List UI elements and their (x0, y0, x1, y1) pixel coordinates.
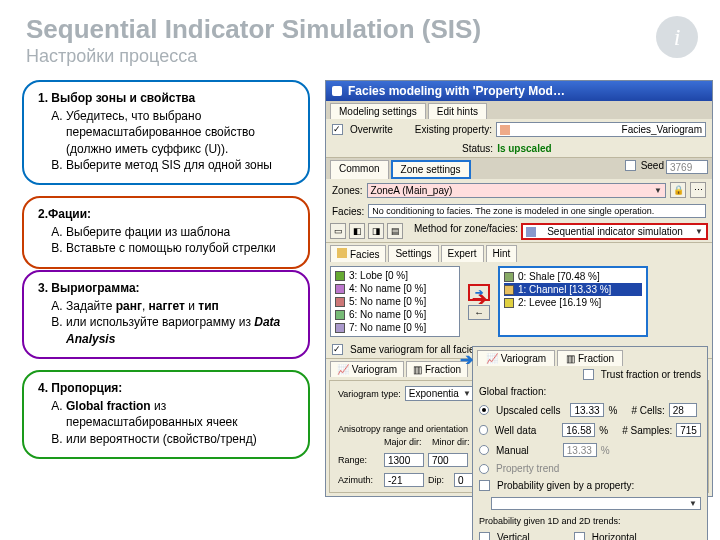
zones-label: Zones: (332, 185, 363, 196)
property-trend-label: Property trend (496, 463, 559, 474)
toolbar-btn-3[interactable]: ◨ (368, 223, 384, 239)
callout-3-b: или используйте вариограмму из Data Anal… (66, 314, 294, 346)
subtab-expert[interactable]: Expert (441, 245, 484, 262)
upscaled-label: Upscaled cells (496, 405, 560, 416)
prob-property-label: Probability given by a property: (497, 480, 634, 491)
range-minor-input[interactable]: 700 (428, 453, 468, 467)
tab-zone-settings[interactable]: Zone settings (391, 160, 471, 179)
radio-upscaled[interactable] (479, 405, 489, 415)
toolbar-btn-2[interactable]: ◧ (349, 223, 365, 239)
range-major-input[interactable]: 1300 (384, 453, 424, 467)
annotation-blue-arrow-icon: ➔ (460, 350, 473, 369)
status-value: Is upscaled (497, 143, 551, 154)
samples-value: 715 (676, 423, 701, 437)
callout-facies: 2.Фации: Выберите фации из шаблона Встав… (22, 196, 310, 269)
callout-2-head: 2.Фации: (38, 206, 294, 222)
azimuth-label: Azimuth: (338, 475, 380, 485)
facies-label: Facies: (332, 206, 364, 217)
callout-4-head: 4. Пропорция: (38, 380, 294, 396)
subtab-hint[interactable]: Hint (486, 245, 518, 262)
callout-1-head: 1. Выбор зоны и свойства (38, 90, 294, 106)
radio-property-trend[interactable] (479, 464, 489, 474)
callout-1-b: Выберите метод SIS для одной зоны (66, 157, 294, 173)
radio-welldata[interactable] (479, 425, 488, 435)
callout-variogram: 3. Выриограмма: Задайте ранг, наггет и т… (22, 270, 310, 359)
tab-common[interactable]: Common (330, 160, 389, 179)
app-icon (332, 86, 342, 96)
zone-tool-icon[interactable]: ⋯ (690, 182, 706, 198)
callout-1-a: Убедитесь, что выбрано перемасштабирован… (66, 108, 294, 157)
subtab-facies[interactable]: Facies (330, 245, 386, 262)
callout-fraction: 4. Пропорция: Global fraction из перемас… (22, 370, 310, 459)
upscaled-value: 13.33 (570, 403, 604, 417)
dip-label: Dip: (428, 475, 450, 485)
logo-icon: i (656, 16, 698, 58)
samples-label: # Samples: (622, 425, 672, 436)
method-combo[interactable]: Sequential indicator simulation▼ (521, 223, 708, 240)
callout-zone-property: 1. Выбор зоны и свойства Убедитесь, что … (22, 80, 310, 185)
prob-1d2d-label: Probability given 1D and 2D trends: (473, 513, 707, 529)
prob-property-checkbox[interactable] (479, 480, 490, 491)
overwrite-checkbox[interactable] (332, 124, 343, 135)
manual-value[interactable]: 13.33 (563, 443, 597, 457)
vertical-trend-label: Vertical (497, 532, 530, 540)
callout-4-a: Global fraction из перемасштабированных … (66, 398, 294, 430)
method-label: Method for zone/facies: (414, 223, 518, 240)
tab-variogram[interactable]: 📈 Variogram (330, 361, 404, 377)
fraction-dialog: 📈 Variogram ▥ Fraction Trust fraction or… (472, 346, 708, 540)
variogram-type-label: Variogram type: (338, 389, 401, 399)
status-label: Status: (462, 143, 493, 154)
global-fraction-label: Global fraction: (479, 386, 546, 397)
vertical-trend-checkbox[interactable] (479, 532, 490, 540)
callout-4-b: или вероятности (свойство/тренд) (66, 431, 294, 447)
horizontal-trend-label: Horizontal (592, 532, 637, 540)
existing-property-combo[interactable]: Facies_Variogram (496, 122, 706, 137)
azimuth-input[interactable]: -21 (384, 473, 424, 487)
subtab-settings[interactable]: Settings (388, 245, 438, 262)
variogram-type-combo[interactable]: Exponentia▼ (405, 386, 475, 401)
horizontal-trend-checkbox[interactable] (574, 532, 585, 540)
welldata-label: Well data (495, 425, 537, 436)
template-list[interactable]: 3: Lobe [0 %] 4: No name [0 %] 5: No nam… (330, 266, 460, 337)
facies-cond-combo[interactable]: No conditioning to facies. The zone is m… (368, 204, 706, 218)
cells-label: # Cells: (631, 405, 664, 416)
trust-fraction-checkbox[interactable] (583, 369, 594, 380)
trust-fraction-label: Trust fraction or trends (601, 369, 701, 380)
page-subtitle: Настройки процесса (26, 46, 197, 67)
callout-3-head: 3. Выриограмма: (38, 280, 294, 296)
tab-modeling-settings[interactable]: Modeling settings (330, 103, 426, 119)
window-title-text: Facies modeling with 'Property Mod… (348, 84, 565, 98)
callout-3-a: Задайте ранг, наггет и тип (66, 298, 294, 314)
window-titlebar[interactable]: Facies modeling with 'Property Mod… (326, 81, 712, 101)
tab-fraction[interactable]: ▥ Fraction (406, 361, 468, 377)
callout-2-a: Выберите фации из шаблона (66, 224, 294, 240)
zone-lock-icon[interactable]: 🔒 (670, 182, 686, 198)
manual-label: Manual (496, 445, 529, 456)
seed-input[interactable]: 3769 (666, 160, 708, 174)
page-title: Sequential Indicator Simulation (SIS) (26, 14, 481, 45)
tab-edit-hints[interactable]: Edit hints (428, 103, 487, 119)
zones-combo[interactable]: ZoneA (Main_pay)▼ (367, 183, 666, 198)
overwrite-label: Overwrite (350, 124, 393, 135)
welldata-value: 16.58 (562, 423, 595, 437)
selected-facies-list[interactable]: 0: Shale [70.48 %] 1: Channel [13.33 %] … (498, 266, 648, 337)
callout-2-b: Вставьте с помощью голубой стрелки (66, 240, 294, 256)
seed-label: Seed (641, 160, 664, 179)
existing-property-label: Existing property: (415, 124, 492, 135)
dialog-tab-variogram[interactable]: 📈 Variogram (477, 350, 555, 366)
range-label: Range: (338, 455, 380, 465)
radio-manual[interactable] (479, 445, 489, 455)
dialog-tab-fraction[interactable]: ▥ Fraction (557, 350, 623, 366)
same-variogram-checkbox[interactable] (332, 344, 343, 355)
prob-property-combo[interactable]: ▼ (491, 497, 701, 510)
annotation-red-arrow-icon: ➔ (472, 288, 487, 310)
cells-value: 28 (669, 403, 697, 417)
seed-checkbox[interactable] (625, 160, 636, 171)
toolbar-btn-4[interactable]: ▤ (387, 223, 403, 239)
toolbar-btn-1[interactable]: ▭ (330, 223, 346, 239)
